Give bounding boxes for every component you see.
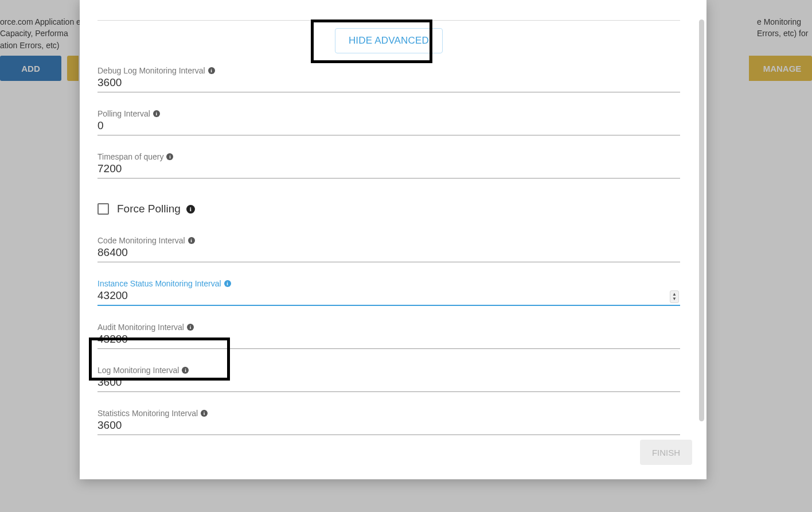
hide-advanced-button[interactable]: HIDE ADVANCED — [335, 28, 443, 53]
field-timespan: Timespan of query i — [97, 152, 680, 179]
info-icon[interactable]: i — [188, 237, 195, 244]
force-polling-checkbox[interactable] — [97, 203, 109, 215]
label-text: Instance Status Monitoring Interval — [97, 279, 221, 288]
label-text: Statistics Monitoring Interval — [97, 409, 198, 418]
spinner-down-icon[interactable]: ▼ — [672, 297, 677, 301]
label-text: Code Monitoring Interval — [97, 236, 185, 245]
field-label: Code Monitoring Interval i — [97, 236, 680, 245]
log-input[interactable] — [97, 375, 680, 392]
field-polling: Polling Interval i — [97, 109, 680, 135]
statistics-input[interactable] — [97, 418, 680, 435]
field-label: Instance Status Monitoring Interval i — [97, 279, 680, 288]
force-polling-row: Force Polling i — [97, 203, 680, 215]
label-text: Polling Interval — [97, 109, 150, 118]
field-label: Debug Log Monitoring Interval i — [97, 66, 680, 75]
field-label: Polling Interval i — [97, 109, 680, 118]
info-icon[interactable]: i — [182, 367, 189, 374]
field-label: Timespan of query i — [97, 152, 680, 161]
field-label: Audit Monitoring Interval i — [97, 323, 680, 332]
label-text: Log Monitoring Interval — [97, 366, 179, 375]
form-fields: Debug Log Monitoring Interval i Polling … — [97, 66, 680, 452]
field-instance-status: Instance Status Monitoring Interval i ▲ … — [97, 279, 680, 306]
info-icon[interactable]: i — [208, 67, 215, 74]
instance-status-input[interactable] — [97, 288, 680, 306]
timespan-input[interactable] — [97, 161, 680, 179]
field-label: Statistics Monitoring Interval i — [97, 409, 680, 418]
finish-button[interactable]: FINISH — [640, 440, 692, 465]
field-code-monitoring: Code Monitoring Interval i — [97, 236, 680, 262]
settings-modal: HIDE ADVANCED Debug Log Monitoring Inter… — [80, 0, 706, 479]
number-spinner[interactable]: ▲ ▼ — [670, 290, 679, 303]
label-text: Debug Log Monitoring Interval — [97, 66, 205, 75]
info-icon[interactable]: i — [224, 280, 231, 287]
label-text: Force Polling — [117, 203, 181, 215]
label-text: Timespan of query — [97, 152, 163, 161]
field-statistics: Statistics Monitoring Interval i — [97, 409, 680, 435]
info-icon[interactable]: i — [187, 324, 194, 331]
info-icon[interactable]: i — [166, 153, 173, 160]
modal-content: HIDE ADVANCED Debug Log Monitoring Inter… — [97, 0, 688, 479]
field-label: Log Monitoring Interval i — [97, 366, 680, 375]
polling-input[interactable] — [97, 118, 680, 135]
field-debug-log: Debug Log Monitoring Interval i — [97, 66, 680, 92]
debug-log-input[interactable] — [97, 75, 680, 92]
scrollbar-thumb[interactable] — [699, 20, 704, 421]
force-polling-label: Force Polling i — [117, 203, 195, 215]
info-icon[interactable]: i — [186, 205, 195, 214]
field-log: Log Monitoring Interval i — [97, 366, 680, 392]
field-audit: Audit Monitoring Interval i — [97, 323, 680, 349]
section-divider — [97, 20, 680, 21]
info-icon[interactable]: i — [201, 410, 208, 417]
info-icon[interactable]: i — [153, 110, 160, 117]
code-monitoring-input[interactable] — [97, 245, 680, 262]
label-text: Audit Monitoring Interval — [97, 323, 184, 332]
audit-input[interactable] — [97, 332, 680, 349]
